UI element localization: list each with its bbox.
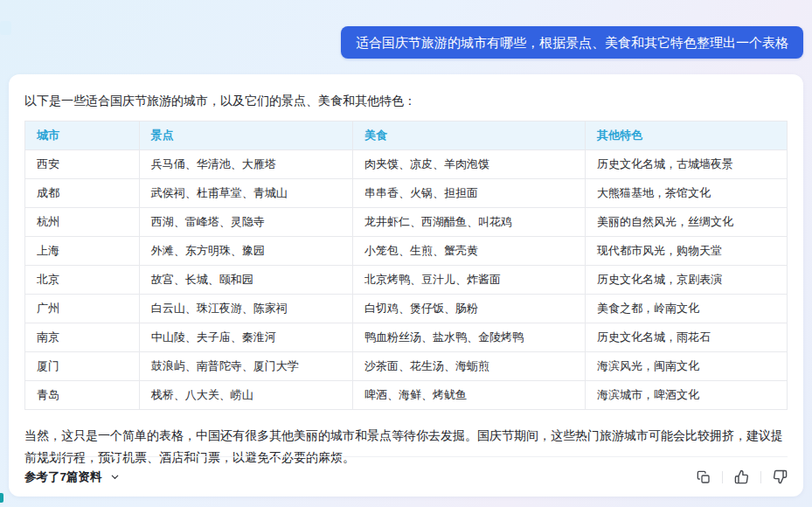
table-row: 南京 中山陵、夫子庙、秦淮河 鸭血粉丝汤、盐水鸭、金陵烤鸭 历史文化名城，雨花石 [25,323,788,352]
cell-city: 上海 [25,237,140,266]
cell-attractions: 武侯祠、杜甫草堂、青城山 [139,179,352,208]
cell-attractions: 外滩、东方明珠、豫园 [139,237,352,266]
cell-other: 美丽的自然风光，丝绸文化 [585,208,787,237]
cell-food: 小笼包、生煎、蟹壳黄 [352,237,585,266]
cell-city: 南京 [25,323,140,352]
cell-other: 历史文化名城，雨花石 [585,323,787,352]
cell-food: 白切鸡、煲仔饭、肠粉 [352,295,585,323]
assistant-answer-card: 以下是一些适合国庆节旅游的城市，以及它们的景点、美食和其他特色： 城市 景点 美… [9,74,803,497]
references-toggle[interactable]: 参考了7篇资料 [24,469,120,485]
cities-table: 城市 景点 美食 其他特色 西安 兵马俑、华清池、大雁塔 肉夹馍、凉皮、羊肉泡馍… [24,121,788,410]
cell-other: 海滨风光，闽南文化 [585,352,787,381]
cell-food: 鸭血粉丝汤、盐水鸭、金陵烤鸭 [352,323,585,352]
table-row: 北京 故宫、长城、颐和园 北京烤鸭、豆汁儿、炸酱面 历史文化名城，京剧表演 [25,266,788,295]
cell-food: 沙茶面、花生汤、海蛎煎 [352,352,585,381]
table-row: 成都 武侯祠、杜甫草堂、青城山 串串香、火锅、担担面 大熊猫基地，茶馆文化 [25,179,788,208]
user-message-bubble: 适合国庆节旅游的城市有哪些，根据景点、美食和其它特色整理出一个表格 [341,26,803,59]
copy-icon[interactable] [696,469,711,484]
cell-food: 串串香、火锅、担担面 [352,179,585,208]
divider [722,471,723,483]
table-header-attractions: 景点 [139,122,352,150]
table-row: 广州 白云山、珠江夜游、陈家祠 白切鸡、煲仔饭、肠粉 美食之都，岭南文化 [25,295,788,323]
thumbs-down-icon[interactable] [773,469,788,484]
table-row: 青岛 栈桥、八大关、崂山 啤酒、海鲜、烤鱿鱼 海滨城市，啤酒文化 [25,381,788,410]
cell-food: 北京烤鸭、豆汁儿、炸酱面 [352,266,585,295]
references-label: 参考了7篇资料 [24,469,102,485]
table-header-other: 其他特色 [585,122,787,150]
cell-city: 北京 [25,266,140,295]
table-header-city: 城市 [25,122,140,150]
table-header-row: 城市 景点 美食 其他特色 [25,122,788,150]
background-decoration [0,493,3,503]
background-decoration [0,21,11,35]
cell-attractions: 兵马俑、华清池、大雁塔 [139,150,352,179]
cell-attractions: 栈桥、八大关、崂山 [139,381,352,410]
table-row: 厦门 鼓浪屿、南普陀寺、厦门大学 沙茶面、花生汤、海蛎煎 海滨风光，闽南文化 [25,352,788,381]
cell-food: 肉夹馍、凉皮、羊肉泡馍 [352,150,585,179]
answer-footer: 参考了7篇资料 [24,456,788,497]
cell-other: 海滨城市，啤酒文化 [585,381,787,410]
table-row: 西安 兵马俑、华清池、大雁塔 肉夹馍、凉皮、羊肉泡馍 历史文化名城，古城墙夜景 [25,150,788,179]
table-row: 上海 外滩、东方明珠、豫园 小笼包、生煎、蟹壳黄 现代都市风光，购物天堂 [25,237,788,266]
cell-city: 杭州 [25,208,140,237]
thumbs-up-icon[interactable] [734,469,749,484]
divider [760,471,761,483]
cell-attractions: 中山陵、夫子庙、秦淮河 [139,323,352,352]
cell-food: 龙井虾仁、西湖醋鱼、叫花鸡 [352,208,585,237]
cell-city: 青岛 [25,381,140,410]
cell-other: 现代都市风光，购物天堂 [585,237,787,266]
table-row: 杭州 西湖、雷峰塔、灵隐寺 龙井虾仁、西湖醋鱼、叫花鸡 美丽的自然风光，丝绸文化 [25,208,788,237]
cell-attractions: 故宫、长城、颐和园 [139,266,352,295]
cell-attractions: 西湖、雷峰塔、灵隐寺 [139,208,352,237]
table-header-food: 美食 [352,122,585,150]
chevron-down-icon [110,472,120,482]
cell-city: 厦门 [25,352,140,381]
cell-city: 西安 [25,150,140,179]
answer-actions [696,469,788,484]
answer-intro-text: 以下是一些适合国庆节旅游的城市，以及它们的景点、美食和其他特色： [24,92,788,109]
cell-other: 历史文化名城，京剧表演 [585,266,787,295]
cell-attractions: 鼓浪屿、南普陀寺、厦门大学 [139,352,352,381]
cell-food: 啤酒、海鲜、烤鱿鱼 [352,381,585,410]
cell-city: 广州 [25,295,140,323]
cell-other: 美食之都，岭南文化 [585,295,787,323]
cell-other: 大熊猫基地，茶馆文化 [585,179,787,208]
cell-attractions: 白云山、珠江夜游、陈家祠 [139,295,352,323]
cell-city: 成都 [25,179,140,208]
cell-other: 历史文化名城，古城墙夜景 [585,150,787,179]
